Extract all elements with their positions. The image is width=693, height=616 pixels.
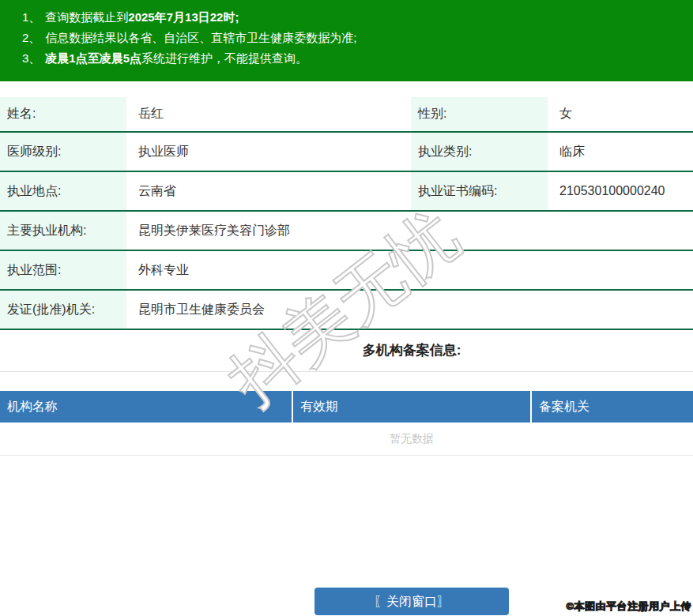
doctor-level-value: 执业医师 [126, 132, 411, 171]
name-value: 岳红 [126, 97, 411, 132]
spacer [0, 372, 693, 391]
issuing-authority-value: 昆明市卫生健康委员会 [126, 290, 693, 329]
notice-number: 1、 [22, 10, 40, 24]
main-institution-label: 主要执业机构: [0, 211, 126, 250]
name-label: 姓名: [0, 97, 126, 132]
empty-data-message: 暂无数据 [0, 423, 693, 456]
notice-number: 2、 [22, 31, 40, 44]
notice-line-1: 1、查询数据截止到2025年7月13日22时; [22, 7, 693, 28]
registration-table: 机构名称 有效期 备案机关 暂无数据 [0, 391, 693, 456]
table-row: 主要执业机构: 昆明美伊莱医疗美容门诊部 [0, 211, 693, 250]
column-header-validity-period: 有效期 [292, 391, 531, 423]
column-header-institution-name: 机构名称 [0, 391, 292, 423]
main-institution-value: 昆明美伊莱医疗美容门诊部 [126, 211, 693, 250]
copyright-notice: ©本图由平台注册用户上传 [566, 599, 691, 614]
spacer [0, 81, 693, 97]
registration-table-header-row: 机构名称 有效期 备案机关 [0, 391, 693, 423]
notice-text: 信息数据结果以各省、自治区、直辖市卫生健康委数据为准; [45, 31, 356, 44]
notice-number: 3、 [22, 51, 40, 65]
practice-location-value: 云南省 [126, 171, 411, 211]
issuing-authority-label: 发证(批准)机关: [0, 290, 126, 329]
notice-line-3: 3、凌晨1点至凌晨5点系统进行维护，不能提供查询。 [22, 48, 693, 69]
column-header-filing-authority: 备案机关 [531, 391, 693, 423]
close-window-button[interactable]: 〖关闭窗口〗 [314, 588, 509, 615]
practice-category-value: 临床 [548, 132, 693, 171]
gender-value: 女 [548, 97, 693, 132]
table-row: 执业地点: 云南省 执业证书编码: 210530100000240 [0, 171, 693, 211]
table-row: 发证(批准)机关: 昆明市卫生健康委员会 [0, 290, 693, 329]
gender-label: 性别: [411, 97, 548, 132]
table-row: 执业范围: 外科专业 [0, 250, 693, 290]
license-query-result-window: 1、查询数据截止到2025年7月13日22时; 2、信息数据结果以各省、自治区、… [0, 0, 693, 616]
notice-text: 系统进行维护，不能提供查询。 [141, 51, 307, 65]
multi-institution-section-title: 多机构备案信息: [0, 330, 693, 372]
notice-line-2: 2、信息数据结果以各省、自治区、直辖市卫生健康委数据为准; [22, 28, 693, 48]
table-row: 暂无数据 [0, 423, 693, 456]
practice-location-label: 执业地点: [0, 171, 126, 211]
notice-text-bold: 2025年7月13日22时; [128, 10, 239, 24]
page: 1、查询数据截止到2025年7月13日22时; 2、信息数据结果以各省、自治区、… [0, 0, 693, 615]
certificate-number-label: 执业证书编码: [411, 171, 548, 211]
practice-category-label: 执业类别: [411, 132, 548, 171]
practice-scope-label: 执业范围: [0, 250, 126, 290]
notice-text-bold: 凌晨1点至凌晨5点 [45, 51, 141, 65]
practice-scope-value: 外科专业 [126, 250, 693, 290]
doctor-level-label: 医师级别: [0, 132, 126, 171]
table-row: 姓名: 岳红 性别: 女 [0, 97, 693, 132]
notice-text: 查询数据截止到 [45, 10, 128, 24]
table-row: 医师级别: 执业医师 执业类别: 临床 [0, 132, 693, 171]
notice-bar: 1、查询数据截止到2025年7月13日22时; 2、信息数据结果以各省、自治区、… [0, 0, 693, 81]
certificate-number-value: 210530100000240 [548, 171, 693, 211]
practitioner-info-table: 姓名: 岳红 性别: 女 医师级别: 执业医师 执业类别: 临床 执业地点: 云… [0, 97, 693, 330]
